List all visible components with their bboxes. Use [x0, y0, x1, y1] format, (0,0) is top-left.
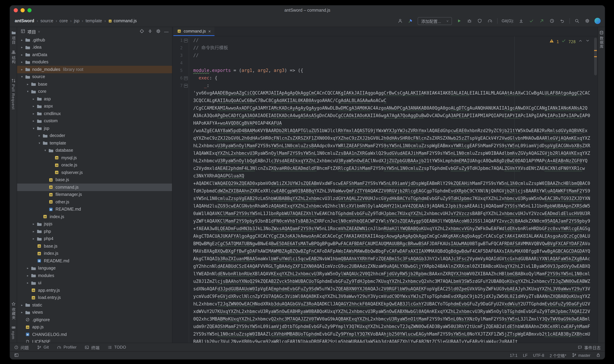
- tree-item-php[interactable]: ▸php: [17, 228, 172, 235]
- tree-item-database[interactable]: ▾database: [17, 147, 172, 154]
- tree-item-modules[interactable]: ▸modules: [17, 272, 172, 279]
- coverage-icon[interactable]: [477, 18, 483, 24]
- breadcrumb-item-core[interactable]: core: [59, 18, 68, 23]
- tool-stripe-item-数据库[interactable]: 数据库: [599, 30, 604, 49]
- tool-stripe-item-Pull Request[interactable]: Pull Request: [11, 78, 16, 110]
- tree-chevron-icon[interactable]: ▸: [19, 68, 25, 71]
- tree-chevron-icon[interactable]: ▸: [19, 60, 25, 64]
- tree-chevron-icon[interactable]: ▸: [25, 267, 30, 270]
- tool-stripe-item-项目[interactable]: 项目: [11, 30, 16, 44]
- profiler-icon[interactable]: [487, 18, 493, 24]
- tool-stripe-item-收藏夹[interactable]: 收藏夹: [11, 301, 16, 320]
- indent-setting[interactable]: 2 个空格*: [550, 353, 566, 358]
- tree-item-custom[interactable]: ▸custom: [17, 117, 172, 125]
- tree-chevron-icon[interactable]: ▸: [31, 112, 36, 115]
- tree-item-source[interactable]: ▾source: [17, 73, 172, 80]
- git-commit-icon[interactable]: [528, 18, 534, 24]
- editor-scrollbar[interactable]: [594, 36, 597, 343]
- prev-problem-icon[interactable]: [578, 38, 583, 46]
- tree-item-aspx[interactable]: ▸aspx: [17, 103, 172, 110]
- tree-chevron-icon[interactable]: ▸: [31, 222, 36, 226]
- git-push-icon[interactable]: [539, 18, 545, 24]
- rollback-icon[interactable]: [559, 18, 565, 24]
- tree-chevron-icon[interactable]: ▸: [31, 97, 36, 101]
- bottom-bar-item-TODO[interactable]: TODO: [108, 345, 126, 350]
- tree-chevron-icon[interactable]: ▸: [31, 230, 36, 233]
- tree-item-base[interactable]: ▸base: [17, 80, 172, 88]
- tool-stripe-item-npm[interactable]: npm: [11, 325, 16, 339]
- tree-chevron-icon[interactable]: ▾: [25, 90, 30, 93]
- bottom-bar-item-Git[interactable]: Git: [37, 345, 49, 350]
- bottom-bar-item-问题[interactable]: 问题: [14, 344, 29, 350]
- tree-chevron-icon[interactable]: ▾: [37, 142, 42, 145]
- inspections-widget[interactable]: 1 728: [549, 38, 590, 46]
- run-configuration-select[interactable]: 添加配置... ˅: [418, 17, 452, 25]
- tree-item-oracle.js[interactable]: JSoracle.js: [17, 161, 172, 169]
- tree-item-asp[interactable]: ▸asp: [17, 95, 172, 103]
- tree-chevron-icon[interactable]: ▸: [25, 281, 30, 285]
- tree-item-jsp[interactable]: ▾jsp: [17, 125, 172, 132]
- tree-item-mysql.js[interactable]: JSmysql.js: [17, 154, 172, 161]
- chevron-down-icon[interactable]: ˅: [38, 30, 40, 33]
- tree-item-other.js[interactable]: JSother.js: [17, 198, 172, 206]
- tree-item-README.md[interactable]: MREADME.md: [17, 206, 172, 213]
- tree-item-cmdlinux[interactable]: ▸cmdlinux: [17, 110, 172, 117]
- tree-chevron-icon[interactable]: ▸: [25, 82, 30, 86]
- tree-item-app.js[interactable]: JSapp.js: [17, 324, 172, 331]
- avatar[interactable]: [594, 18, 601, 24]
- line-separator[interactable]: LF: [523, 353, 528, 357]
- tree-item-antData[interactable]: ▸antData: [17, 51, 172, 58]
- layout-icon[interactable]: [14, 353, 19, 358]
- tree-chevron-icon[interactable]: ▸: [31, 119, 36, 123]
- collapse-all-icon[interactable]: [148, 29, 152, 34]
- breadcrumb-item-template[interactable]: template: [86, 18, 102, 23]
- bottom-bar-item-终端[interactable]: 终端: [85, 344, 100, 350]
- breadcrumb-item-source[interactable]: source: [40, 18, 53, 23]
- tree-chevron-icon[interactable]: ▸: [31, 104, 36, 108]
- tree-chevron-icon[interactable]: ▸: [19, 303, 25, 307]
- fold-marker-icon[interactable]: [184, 76, 187, 80]
- build-hammer-icon[interactable]: [407, 18, 414, 24]
- tree-chevron-icon[interactable]: ▸: [31, 237, 36, 241]
- tree-item-app.entry.js[interactable]: JSapp.entry.js: [17, 286, 172, 294]
- tree-item-index.js[interactable]: JSindex.js: [17, 213, 172, 220]
- next-problem-icon[interactable]: [585, 38, 590, 46]
- tree-item-node_modules[interactable]: ▸node_moduleslibrary root: [17, 66, 172, 73]
- tree-item-decoder[interactable]: ▸decoder: [17, 132, 172, 139]
- editor-tab-command.js[interactable]: JScommand.js×: [173, 27, 215, 36]
- tree-item-CHANGELOG.md[interactable]: MCHANGELOG.md: [17, 331, 172, 338]
- tree-chevron-icon[interactable]: ▾: [42, 149, 48, 152]
- user-icon[interactable]: [397, 18, 403, 24]
- settings-gear-icon[interactable]: [584, 18, 590, 24]
- history-icon[interactable]: [549, 18, 555, 24]
- close-icon[interactable]: ×: [208, 29, 211, 33]
- caret-position[interactable]: 17:1: [510, 353, 518, 357]
- git-update-icon[interactable]: [518, 18, 524, 24]
- tree-item-language[interactable]: ▸language: [17, 264, 172, 272]
- tree-item-sqlserver.js[interactable]: JSsqlserver.js: [17, 169, 172, 176]
- readonly-lock-icon[interactable]: [596, 353, 601, 358]
- warning-stripe-mark[interactable]: [594, 50, 597, 51]
- tree-chevron-icon[interactable]: ▾: [31, 127, 36, 130]
- code-area[interactable]: 1 728 1//2// 命令执行模板3//45module.exports =…: [172, 36, 598, 343]
- tree-item-index.js[interactable]: JSindex.js: [17, 250, 172, 257]
- tree-item-base.js[interactable]: JSbase.js: [17, 242, 172, 250]
- tree-item-command.js[interactable]: JScommand.js: [17, 183, 172, 191]
- close-window-button[interactable]: [14, 8, 18, 12]
- tree-item-.github[interactable]: ▸.github: [17, 36, 172, 44]
- tree-item-jspjs[interactable]: ▸jspjs: [17, 220, 172, 228]
- tree-item-core[interactable]: ▾core: [17, 88, 172, 95]
- breadcrumb-item-antSword[interactable]: antSword: [15, 18, 34, 23]
- tree-chevron-icon[interactable]: ▸: [37, 134, 42, 138]
- git-branch[interactable]: master: [572, 353, 590, 358]
- run-icon[interactable]: [456, 18, 462, 24]
- warning-stripe-mark[interactable]: [594, 56, 597, 57]
- tree-chevron-icon[interactable]: ▸: [19, 38, 25, 42]
- tree-chevron-icon[interactable]: ▸: [25, 274, 30, 277]
- tree-chevron-icon[interactable]: ▸: [19, 53, 25, 56]
- tree-chevron-icon[interactable]: ▸: [19, 311, 25, 314]
- tree-item-static[interactable]: ▸static: [17, 301, 172, 309]
- tree-item-views[interactable]: ▸views: [17, 309, 172, 316]
- minimize-window-button[interactable]: [21, 8, 25, 12]
- bottom-bar-item-Profiler[interactable]: Profiler: [57, 345, 77, 350]
